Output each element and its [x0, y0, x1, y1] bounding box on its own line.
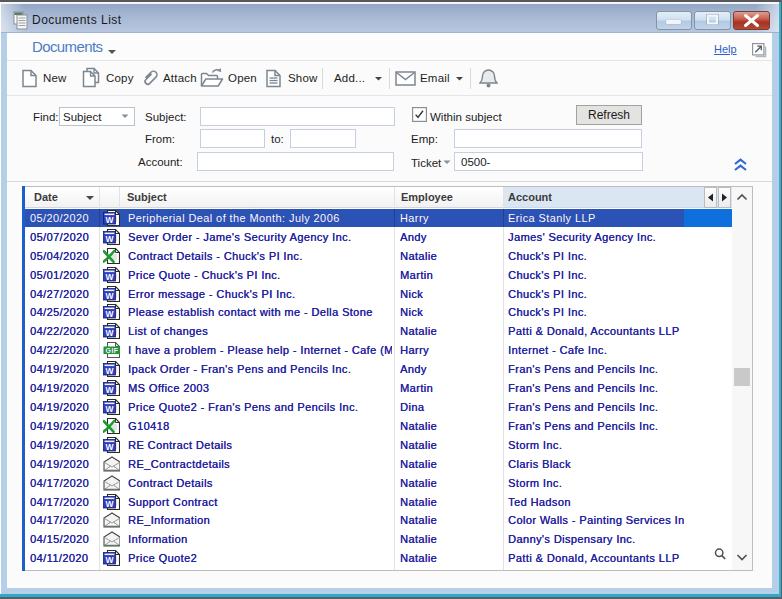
svg-text:W: W — [105, 271, 114, 281]
svg-text:GIF: GIF — [106, 347, 119, 354]
svg-text:W: W — [105, 233, 114, 243]
svg-text:W: W — [105, 404, 114, 414]
svg-text:W: W — [105, 555, 114, 565]
svg-text:W: W — [105, 498, 114, 508]
svg-text:W: W — [105, 385, 114, 395]
svg-text:W: W — [105, 366, 114, 376]
svg-text:W: W — [105, 215, 114, 225]
svg-text:W: W — [105, 309, 114, 319]
svg-text:W: W — [105, 328, 114, 338]
svg-text:W: W — [105, 290, 114, 300]
svg-text:W: W — [105, 441, 114, 451]
